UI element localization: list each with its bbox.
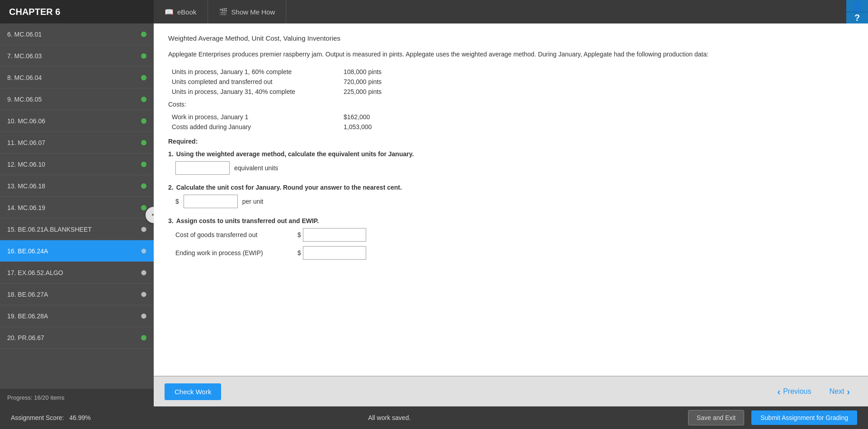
assign-row-1: Cost of goods transferred out $	[175, 228, 854, 242]
chevron-right-nav-icon: ›	[847, 387, 850, 397]
sidebar-item-be0624a[interactable]: 16. BE.06.24A	[0, 240, 154, 262]
show-me-how-label: Show Me How	[231, 8, 275, 16]
status-dot-active	[141, 248, 146, 254]
previous-button[interactable]: ‹ Previous	[770, 383, 819, 401]
assign-input-wrap-1: $	[297, 228, 366, 242]
question-1: 1. Using the weighted average method, ca…	[168, 150, 854, 175]
sidebar-item-be0628a[interactable]: 19. BE.06.28A	[0, 305, 154, 327]
costs-section: Costs: Work in process, January 1 $162,0…	[168, 101, 854, 131]
top-bar: CHAPTER 6 📖 eBook 🎬 Show Me How 👤 ?	[0, 0, 868, 23]
assign-input-1[interactable]	[303, 228, 366, 242]
cost-label-1: Work in process, January 1	[172, 113, 326, 121]
profile-icon-btn[interactable]: 👤	[846, 0, 868, 12]
cost-value-2: 1,053,000	[344, 123, 372, 131]
question-2-num: 2. Calculate the unit cost for January. …	[168, 184, 854, 191]
assign-costs-section: Cost of goods transferred out $ Ending w…	[168, 228, 854, 260]
question-2: 2. Calculate the unit cost for January. …	[168, 184, 854, 208]
dollar-sign-3a: $	[297, 231, 301, 238]
status-dot-green	[141, 183, 146, 189]
sidebar-item-mc0606[interactable]: 10. MC.06.06	[0, 110, 154, 132]
sidebar-progress: Progress: 16/20 items	[0, 389, 154, 406]
sidebar-list: 6. MC.06.01 7. MC.06.03 8. MC.06.04 9. M…	[0, 23, 154, 389]
data-row-1: Units in process, January 1, 60% complet…	[172, 68, 854, 75]
sidebar-item-mc0605[interactable]: 9. MC.06.05	[0, 89, 154, 110]
question-3: 3. Assign costs to units transferred out…	[168, 217, 854, 260]
tab-show-me-how[interactable]: 🎬 Show Me How	[208, 0, 287, 23]
status-dot-green	[141, 162, 146, 167]
top-right-icons: 👤 ?	[846, 0, 868, 23]
save-exit-label: Save and Exit	[697, 414, 736, 421]
assign-label-2: Ending work in process (EWIP)	[175, 249, 293, 256]
question-3-text: Assign costs to units transferred out an…	[176, 217, 319, 224]
sidebar-item-mc0618[interactable]: 13. MC.06.18	[0, 175, 154, 197]
status-dot-green	[141, 75, 146, 80]
dollar-sign-2: $	[175, 198, 179, 205]
previous-label: Previous	[783, 387, 811, 396]
costs-table: Work in process, January 1 $162,000 Cost…	[172, 113, 854, 131]
main-area: 6. MC.06.01 7. MC.06.03 8. MC.06.04 9. M…	[0, 23, 868, 406]
check-work-label: Check Work	[175, 388, 211, 396]
question-1-answer-row: equivalent units	[175, 161, 854, 175]
cost-row-1: Work in process, January 1 $162,000	[172, 113, 854, 121]
data-value-3: 225,000 pints	[344, 88, 382, 95]
question-2-text: Calculate the unit cost for January. Rou…	[176, 184, 402, 191]
question-1-num: 1. Using the weighted average method, ca…	[168, 150, 854, 158]
help-icon-btn[interactable]: ?	[846, 12, 868, 24]
status-bar: Assignment Score: 46.99% All work saved.…	[0, 406, 868, 429]
question-1-input[interactable]	[175, 161, 230, 175]
status-dot-green	[141, 205, 146, 210]
costs-header: Costs:	[168, 101, 854, 108]
status-dot-green	[141, 53, 146, 59]
question-1-text: Using the weighted average method, calcu…	[176, 150, 414, 158]
question-subtitle: Weighted Average Method, Unit Cost, Valu…	[168, 34, 854, 42]
data-label-2: Units completed and transferred out	[172, 78, 326, 85]
sidebar-item-mc0619[interactable]: 14. MC.06.19	[0, 197, 154, 219]
sidebar-item-be0621a[interactable]: 15. BE.06.21A.BLANKSHEET	[0, 219, 154, 240]
assign-label-1: Cost of goods transferred out	[175, 231, 293, 238]
sidebar-item-pr0667[interactable]: 20. PR.06.67	[0, 327, 154, 349]
cost-value-1: $162,000	[344, 113, 370, 121]
score-value: 46.99%	[69, 414, 90, 421]
question-intro: Applegate Enterprises produces premier r…	[168, 49, 854, 59]
dollar-sign-3b: $	[297, 249, 301, 256]
status-dot-green	[141, 97, 146, 102]
status-dot-white	[141, 313, 146, 319]
score-text: Assignment Score: 46.99%	[11, 414, 91, 421]
data-value-1: 108,000 pints	[344, 68, 382, 75]
assign-input-2[interactable]	[303, 246, 366, 260]
save-exit-button[interactable]: Save and Exit	[688, 410, 744, 425]
cost-row-2: Costs added during January 1,053,000	[172, 123, 854, 131]
chapter-title: CHAPTER 6	[0, 0, 154, 23]
assign-input-wrap-2: $	[297, 246, 366, 260]
status-dot-white	[141, 227, 146, 232]
check-work-button[interactable]: Check Work	[165, 383, 221, 400]
chevron-left-nav-icon: ‹	[778, 387, 781, 397]
saved-message: All work saved.	[98, 414, 681, 421]
score-label: Assignment Score:	[11, 414, 64, 421]
data-row-3: Units in process, January 31, 40% comple…	[172, 88, 854, 95]
top-tabs: 📖 eBook 🎬 Show Me How	[154, 0, 846, 23]
sidebar-item-be0627a[interactable]: 18. BE.06.27A	[0, 284, 154, 305]
submit-assignment-button[interactable]: Submit Assignment for Grading	[751, 410, 857, 425]
data-label-3: Units in process, January 31, 40% comple…	[172, 88, 326, 95]
ebook-label: eBook	[177, 8, 197, 16]
sidebar-item-mc0604[interactable]: 8. MC.06.04	[0, 67, 154, 89]
tab-ebook[interactable]: 📖 eBook	[154, 0, 208, 23]
sidebar-item-mc0607[interactable]: 11. MC.06.07	[0, 132, 154, 154]
status-dot-white	[141, 270, 146, 275]
next-label: Next	[829, 387, 844, 396]
sidebar-item-mc0603[interactable]: 7. MC.06.03	[0, 45, 154, 67]
question-2-unit: per unit	[242, 198, 264, 205]
sidebar-item-ex0652algo[interactable]: 17. EX.06.52.ALGO	[0, 262, 154, 284]
next-button[interactable]: Next ›	[822, 383, 857, 401]
chevron-left-icon: <	[151, 211, 154, 219]
question-2-input[interactable]	[184, 195, 238, 208]
data-table: Units in process, January 1, 60% complet…	[172, 68, 854, 95]
status-dot-green	[141, 335, 146, 340]
status-dot-white	[141, 292, 146, 297]
question-3-num: 3. Assign costs to units transferred out…	[168, 217, 854, 224]
sidebar-item-mc0610[interactable]: 12. MC.06.10	[0, 154, 154, 175]
content-scroll: Weighted Average Method, Unit Cost, Valu…	[154, 23, 868, 376]
required-label: Required:	[168, 138, 854, 145]
sidebar-item-mc0601[interactable]: 6. MC.06.01	[0, 23, 154, 45]
